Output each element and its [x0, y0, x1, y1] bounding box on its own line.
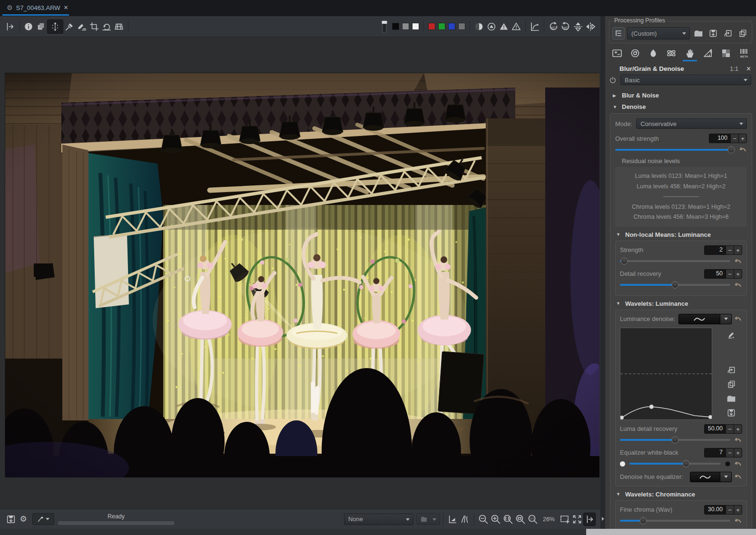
tab-detail[interactable]: [628, 47, 642, 61]
increment-button[interactable]: +: [734, 246, 742, 254]
overall-strength-slider[interactable]: [615, 149, 735, 151]
paste-curve-button[interactable]: [726, 364, 737, 376]
fullscreen-button[interactable]: [571, 513, 583, 526]
panel-power-toggle[interactable]: [609, 76, 617, 84]
shadow-clipping-icon[interactable]: [498, 19, 510, 34]
bg-black-swatch[interactable]: [392, 23, 399, 30]
increment-button[interactable]: +: [734, 425, 742, 433]
decrement-button[interactable]: −: [726, 448, 734, 457]
increment-button[interactable]: +: [734, 506, 742, 514]
load-profile-button[interactable]: [692, 27, 705, 39]
image-canvas[interactable]: [0, 37, 600, 509]
reset-icon[interactable]: [735, 437, 742, 443]
equalizer-wb-spinner[interactable]: 7 − +: [704, 448, 742, 457]
copy-curve-button[interactable]: [726, 379, 737, 390]
false-color-icon[interactable]: [473, 19, 485, 34]
increment-button[interactable]: +: [734, 448, 742, 457]
section-denoise[interactable]: ▼ Denoise: [605, 100, 756, 111]
zoom-fit-crop-button[interactable]: [514, 513, 527, 526]
load-curve-button[interactable]: [726, 393, 737, 404]
profile-select[interactable]: (Custom): [627, 27, 690, 39]
focus-mask-icon[interactable]: [485, 19, 498, 34]
hue-equalizer-curve-select[interactable]: [690, 472, 732, 482]
rotate-left-90-button[interactable]: 90°: [547, 19, 560, 34]
toggle-filmstrip-button[interactable]: [4, 19, 16, 34]
tab-transform[interactable]: [683, 47, 697, 61]
reset-icon[interactable]: [735, 282, 742, 288]
decrement-button[interactable]: −: [726, 270, 734, 278]
tab-color[interactable]: [646, 47, 660, 61]
flip-vertical-button[interactable]: [572, 19, 584, 34]
edit-curve-button[interactable]: [726, 329, 737, 340]
save-curve-button[interactable]: [726, 407, 737, 418]
panel-collapse-button[interactable]: [600, 514, 605, 524]
duplicate-view-button[interactable]: [35, 19, 47, 34]
nlm-detail-spinner[interactable]: 50 − +: [704, 269, 742, 279]
luma-detail-slider[interactable]: [620, 439, 730, 441]
info-button[interactable]: [22, 19, 35, 34]
paste-profile-button[interactable]: [722, 27, 734, 39]
channel-blue-swatch[interactable]: [448, 23, 455, 30]
curve-select-arrow[interactable]: [720, 314, 732, 324]
luma-detail-spinner[interactable]: 50.00 − +: [704, 424, 742, 434]
before-after-icon[interactable]: [529, 19, 541, 34]
rotate-button[interactable]: [100, 19, 113, 34]
image-tab[interactable]: ⚙ S7_00463.ARW ✕: [3, 1, 72, 14]
coarse-chroma-spinner[interactable]: 0.00 − +: [704, 529, 742, 529]
fine-chroma-spinner[interactable]: 30.00 − +: [704, 505, 742, 515]
nlm-strength-spinner[interactable]: 2 − +: [704, 245, 742, 255]
save-image-button[interactable]: [5, 513, 17, 526]
bg-white-swatch[interactable]: [412, 23, 419, 30]
section-blur-noise[interactable]: ▶ Blur & Noise: [605, 88, 756, 100]
copy-profile-button[interactable]: [736, 27, 749, 39]
detail-zoom-label[interactable]: 1:1: [730, 65, 738, 72]
equalizer-wb-slider[interactable]: [629, 463, 721, 465]
section-wavelets-luminance[interactable]: ▼ Wavelets: Luminance: [616, 300, 747, 307]
increment-button[interactable]: +: [738, 134, 746, 143]
decrement-button[interactable]: −: [730, 134, 738, 143]
photo-preview[interactable]: [5, 73, 599, 477]
tab-advanced[interactable]: [664, 47, 678, 61]
luminance-denoise-curve-select[interactable]: [678, 314, 732, 324]
nlm-strength-slider[interactable]: [620, 260, 730, 262]
save-profile-button[interactable]: [707, 27, 719, 39]
section-nlmeans[interactable]: ▼ Non-local Means: Luminance: [616, 231, 747, 238]
detail-window-button[interactable]: [559, 513, 571, 526]
section-wavelets-chrominance[interactable]: ▼ Wavelets: Chrominance: [616, 491, 747, 498]
reset-icon[interactable]: [735, 474, 742, 480]
zoom-100-button[interactable]: 1:1: [527, 513, 539, 526]
mode-select[interactable]: Conservative: [636, 118, 747, 129]
output-profile-select[interactable]: [416, 514, 440, 525]
white-balance-picker-icon[interactable]: [63, 19, 76, 34]
tab-exposure[interactable]: [610, 47, 624, 61]
channel-red-swatch[interactable]: [428, 23, 435, 30]
reset-icon[interactable]: [739, 147, 747, 153]
reset-icon[interactable]: [735, 461, 742, 467]
fine-chroma-slider[interactable]: [620, 520, 730, 522]
decrement-button[interactable]: −: [726, 506, 734, 514]
reset-icon[interactable]: [735, 518, 742, 524]
channel-green-swatch[interactable]: [438, 23, 445, 30]
reset-icon[interactable]: [735, 316, 742, 322]
crop-button[interactable]: [88, 19, 100, 34]
zoom-fit-button[interactable]: [502, 513, 514, 526]
nlm-detail-slider[interactable]: [620, 284, 730, 286]
highlight-clipping-icon[interactable]: [510, 19, 522, 34]
tab-close-icon[interactable]: ✕: [64, 4, 69, 11]
luminance-denoise-curve[interactable]: [620, 328, 712, 420]
decrement-button[interactable]: −: [726, 246, 734, 254]
batch-queue-button[interactable]: ⚙: [17, 513, 29, 526]
tab-metadata[interactable]: META: [737, 47, 751, 61]
method-select[interactable]: Basic: [620, 75, 751, 85]
perspective-icon[interactable]: [459, 513, 471, 526]
zoom-out-button[interactable]: [477, 513, 490, 526]
bg-gray-swatch[interactable]: [402, 23, 409, 30]
tool-panel-close-icon[interactable]: ✕: [746, 65, 751, 72]
profile-tree-button[interactable]: [612, 27, 625, 39]
tab-raw[interactable]: [701, 47, 715, 61]
straighten-icon[interactable]: [446, 513, 459, 526]
channel-luminance-swatch[interactable]: [458, 23, 465, 30]
color-picker-button[interactable]: [47, 19, 63, 34]
quick-settings-dropdown[interactable]: [32, 513, 54, 525]
increment-button[interactable]: +: [734, 270, 742, 278]
